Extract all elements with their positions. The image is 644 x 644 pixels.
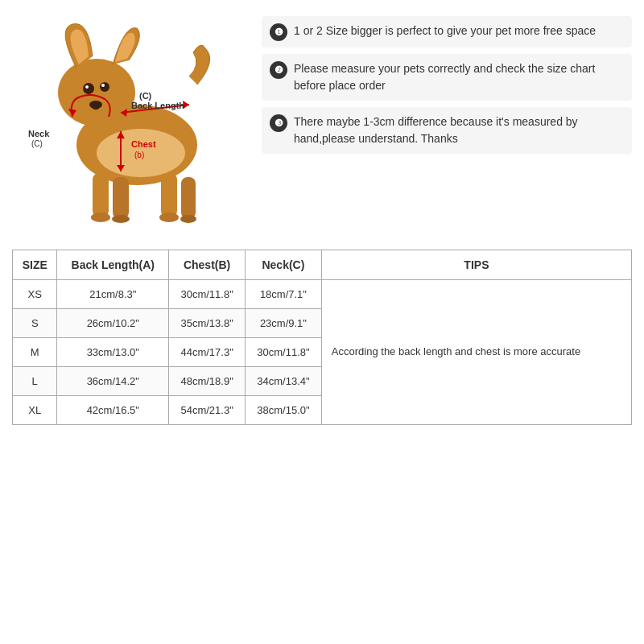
cell-tips: According the back length and chest is m… (321, 280, 631, 425)
cell-chest: 54cm/21.3" (169, 396, 246, 425)
cell-size: L (13, 367, 57, 396)
cell-chest: 44cm/17.3" (169, 338, 246, 367)
cell-back-length: 36cm/14.2" (57, 367, 169, 396)
svg-point-12 (91, 213, 110, 222)
svg-point-4 (85, 85, 89, 89)
cell-neck: 30cm/11.8" (246, 338, 322, 367)
cell-size: M (13, 338, 57, 367)
svg-point-2 (83, 83, 94, 94)
svg-text:(C): (C) (31, 139, 43, 148)
cell-back-length: 21cm/8.3" (57, 280, 169, 309)
svg-point-6 (89, 101, 102, 109)
cell-back-length: 33cm/13.0" (57, 338, 169, 367)
tip-number-3: ❸ (270, 114, 287, 132)
cell-chest: 35cm/13.8" (169, 309, 246, 338)
dog-illustration: (C) Back Length Chest (b) Neck (C) (12, 12, 254, 237)
size-table: SIZE Back Length(A) Chest(B) Neck(C) TIP… (12, 250, 632, 425)
header-tips: TIPS (321, 250, 631, 280)
cell-size: XS (13, 280, 57, 309)
tip-number-1: ❶ (270, 23, 287, 41)
tips-section: ❶ 1 or 2 Size bigger is perfect to give … (262, 12, 632, 154)
cell-chest: 30cm/11.8" (169, 280, 246, 309)
cell-back-length: 42cm/16.5" (57, 396, 169, 425)
cell-neck: 23cm/9.1" (246, 309, 322, 338)
table-row: XS21cm/8.3"30cm/11.8"18cm/7.1"According … (13, 280, 632, 309)
tip-item-2: ❷ Please measure your pets correctly and… (262, 54, 632, 101)
cell-size: S (13, 309, 57, 338)
tip-item-3: ❸ There maybe 1-3cm difference because i… (262, 107, 632, 154)
main-container: (C) Back Length Chest (b) Neck (C) ❶ (0, 0, 644, 644)
tip-item-1: ❶ 1 or 2 Size bigger is perfect to give … (262, 16, 632, 47)
svg-text:(C): (C) (139, 91, 152, 101)
svg-text:Chest: Chest (131, 139, 156, 149)
header-size: SIZE (13, 250, 57, 280)
svg-rect-9 (113, 177, 129, 219)
size-chart-section: SIZE Back Length(A) Chest(B) Neck(C) TIP… (12, 250, 632, 632)
cell-size: XL (13, 396, 57, 425)
cell-chest: 48cm/18.9" (169, 367, 246, 396)
tip-number-2: ❷ (270, 61, 287, 79)
tip-text-2: Please measure your pets correctly and c… (294, 60, 624, 94)
svg-rect-8 (93, 173, 109, 217)
header-back-length: Back Length(A) (57, 250, 169, 280)
header-neck: Neck(C) (246, 250, 322, 280)
table-header-row: SIZE Back Length(A) Chest(B) Neck(C) TIP… (13, 250, 632, 280)
svg-point-14 (159, 213, 179, 222)
cell-neck: 38cm/15.0" (246, 396, 322, 425)
svg-point-1 (58, 59, 135, 126)
svg-text:Back Length: Back Length (131, 101, 184, 110)
cell-neck: 34cm/13.4" (246, 367, 322, 396)
svg-text:(b): (b) (134, 151, 144, 159)
svg-point-15 (180, 215, 196, 223)
svg-point-3 (100, 82, 109, 92)
top-section: (C) Back Length Chest (b) Neck (C) ❶ (12, 12, 632, 237)
svg-rect-11 (181, 177, 196, 219)
tip-text-1: 1 or 2 Size bigger is perfect to give yo… (294, 23, 596, 39)
svg-rect-10 (161, 173, 177, 217)
svg-text:Neck: Neck (28, 129, 50, 138)
svg-point-5 (101, 84, 105, 87)
header-chest: Chest(B) (169, 250, 246, 280)
tip-text-3: There maybe 1-3cm difference because it'… (294, 114, 624, 147)
cell-neck: 18cm/7.1" (246, 280, 322, 309)
svg-point-13 (112, 215, 130, 223)
cell-back-length: 26cm/10.2" (57, 309, 169, 338)
